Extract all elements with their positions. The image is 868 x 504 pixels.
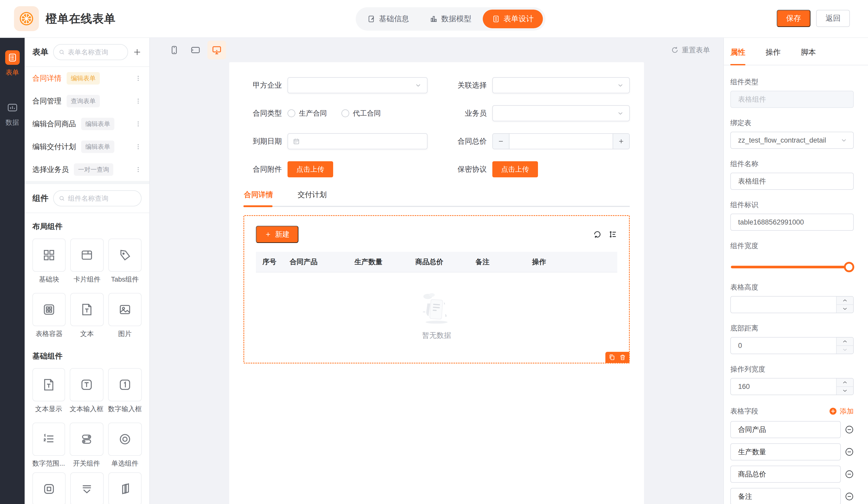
spinner-down-button[interactable] (837, 346, 853, 354)
component-table-container[interactable] (32, 293, 65, 326)
basic-group-title: 基础组件 (32, 351, 142, 361)
tab-properties[interactable]: 属性 (730, 47, 745, 65)
bottom-gap-input[interactable] (730, 337, 854, 354)
form-list-item[interactable]: 编辑交付计划 编辑表单 (25, 135, 149, 158)
radio-production-contract[interactable]: 生产合同 (288, 109, 327, 118)
add-form-button[interactable] (133, 48, 142, 56)
component-checkbox[interactable] (32, 472, 65, 504)
rail-item-forms[interactable]: 表单 (5, 50, 20, 77)
component-switch[interactable] (70, 423, 103, 456)
slider-handle[interactable] (844, 262, 854, 272)
form-item-menu-button[interactable] (135, 166, 142, 173)
due-date-input[interactable] (288, 133, 427, 149)
spinner-up-button[interactable] (837, 297, 853, 305)
form-list-item[interactable]: 选择业务员 一对一查询 (25, 158, 149, 181)
copy-icon (609, 354, 616, 361)
tab-delivery-plan[interactable]: 交付计划 (298, 190, 327, 199)
component-action-badge (606, 352, 629, 363)
form-search-input[interactable] (68, 48, 122, 56)
table-refresh-button[interactable] (593, 230, 602, 239)
component-dropdown[interactable] (70, 472, 103, 504)
bind-table-select[interactable]: zz_test_flow_contract_detail (730, 132, 854, 149)
reset-form-button[interactable]: 重置表单 (671, 45, 710, 55)
spinner-up-button[interactable] (837, 379, 853, 387)
component-width-slider[interactable] (731, 262, 853, 272)
form-item-menu-button[interactable] (135, 143, 142, 150)
spinner-up-button[interactable] (837, 338, 853, 346)
remove-field-button[interactable] (845, 448, 854, 456)
component-radio[interactable] (108, 423, 142, 456)
relation-select[interactable] (492, 77, 630, 93)
device-desktop-button[interactable] (207, 41, 226, 59)
total-price-input[interactable] (509, 134, 613, 149)
spinner-down-button[interactable] (837, 387, 853, 394)
remove-field-button[interactable] (845, 492, 854, 501)
field-label: 关联选择 (453, 80, 492, 90)
delete-component-button[interactable] (619, 354, 626, 361)
table-height-input[interactable] (730, 296, 854, 313)
form-item-name: 合同详情 (32, 73, 61, 83)
save-button[interactable]: 保存 (777, 10, 810, 27)
tab-data-model[interactable]: 数据模型 (421, 10, 480, 28)
table-field-item[interactable]: 备注 (730, 488, 841, 504)
desktop-icon (211, 44, 223, 56)
table-field-item[interactable]: 商品总价 (730, 466, 841, 483)
device-tablet-button[interactable] (186, 41, 205, 59)
remove-field-button[interactable] (845, 425, 854, 434)
component-tabs-widget[interactable] (108, 238, 142, 272)
form-list-item[interactable]: 编辑合同商品 编辑表单 (25, 113, 149, 135)
component-card-widget[interactable] (70, 238, 103, 272)
new-row-button[interactable]: 新建 (256, 226, 298, 243)
party-select[interactable] (288, 77, 427, 93)
component-number-range[interactable] (32, 423, 65, 456)
component-basic-block[interactable] (32, 238, 65, 272)
column-header: 合同产品 (290, 257, 354, 267)
component-text-input[interactable] (70, 368, 103, 401)
nda-upload-button[interactable]: 点击上传 (492, 161, 538, 177)
tab-script[interactable]: 脚本 (801, 47, 816, 65)
radio-oem-contract[interactable]: 代工合同 (341, 109, 381, 118)
form-list-item[interactable]: 合同详情 编辑表单 (25, 67, 149, 90)
app-logo (14, 6, 39, 31)
op-col-width-input[interactable] (730, 378, 854, 395)
chevron-up-icon (842, 298, 848, 304)
device-phone-button[interactable] (165, 41, 184, 59)
rail-item-data[interactable]: 数据 (5, 100, 20, 127)
selected-table-component[interactable]: 新建 (244, 215, 630, 363)
component-search-input[interactable] (68, 194, 136, 203)
component-image[interactable] (108, 293, 142, 326)
form-item-menu-button[interactable] (135, 75, 142, 82)
component-number-input[interactable] (108, 368, 142, 401)
component-text-display[interactable] (32, 368, 65, 401)
switch-icon (80, 432, 94, 446)
copy-component-button[interactable] (609, 354, 616, 361)
tab-actions[interactable]: 操作 (766, 47, 781, 65)
table-header-row: 序号 合同产品 生产数量 商品总价 备注 操作 (256, 252, 617, 272)
slider-track[interactable] (731, 266, 853, 268)
form-item-menu-button[interactable] (135, 98, 142, 104)
tab-form-design[interactable]: 表单设计 (483, 10, 543, 28)
stepper-increase-button[interactable] (613, 134, 629, 149)
spinner-down-button[interactable] (837, 305, 853, 313)
salesman-select[interactable] (492, 105, 630, 121)
component-cascade[interactable] (108, 472, 142, 504)
tab-basic-info[interactable]: 基础信息 (358, 10, 418, 28)
refresh-icon (671, 46, 679, 54)
table-sort-button[interactable] (609, 230, 617, 239)
bottom-gap-field (730, 337, 854, 354)
form-item-menu-button[interactable] (135, 121, 142, 127)
component-id-input[interactable] (730, 214, 854, 231)
remove-field-button[interactable] (845, 470, 854, 479)
component-name-input[interactable] (730, 173, 854, 190)
component-label: 卡片组件 (73, 275, 100, 283)
new-row-label: 新建 (275, 229, 290, 239)
back-button[interactable]: 返回 (816, 10, 850, 27)
add-field-button[interactable]: 添加 (829, 407, 854, 416)
table-field-item[interactable]: 生产数量 (730, 443, 841, 461)
component-text[interactable] (70, 293, 103, 326)
table-field-item[interactable]: 合同产品 (730, 421, 841, 438)
tab-contract-detail[interactable]: 合同详情 (244, 190, 273, 199)
attachment-upload-button[interactable]: 点击上传 (288, 161, 333, 177)
form-list-item[interactable]: 合同管理 查询表单 (25, 90, 149, 113)
stepper-decrease-button[interactable] (493, 134, 509, 149)
